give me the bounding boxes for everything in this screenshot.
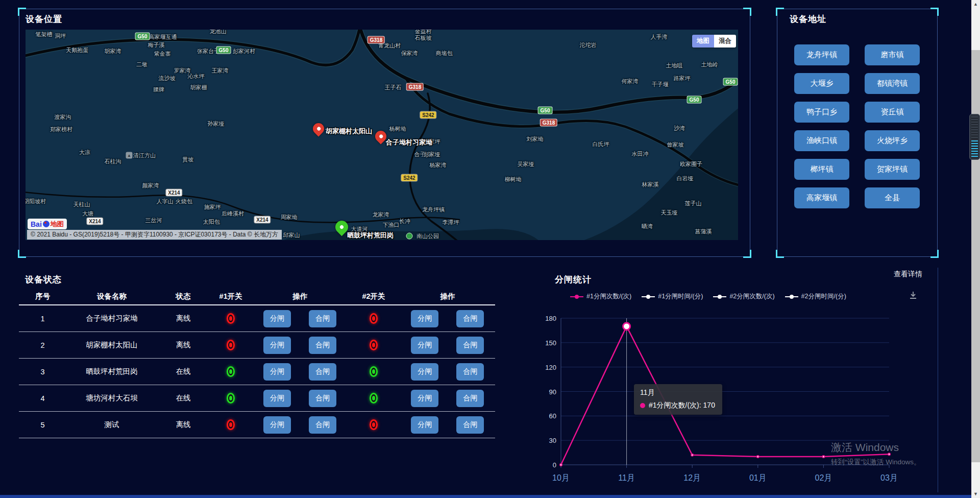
page-scrollbar[interactable]: ▲ ▼ bbox=[971, 0, 980, 498]
map-place-label: 吴家垭 bbox=[518, 160, 534, 168]
close-switch-button[interactable]: 合闸 bbox=[309, 310, 336, 327]
scrollbar-thumb[interactable] bbox=[971, 50, 980, 462]
address-button-10[interactable]: 贺家坪镇 bbox=[865, 159, 920, 180]
baidu-paw-icon bbox=[43, 221, 50, 227]
map-place-label: 沙湾 bbox=[674, 125, 685, 132]
y-axis-tick-label: 120 bbox=[545, 364, 556, 371]
map-place-label: 笔架槽 bbox=[36, 31, 53, 38]
scrollbar-up-arrow[interactable]: ▲ bbox=[971, 0, 980, 8]
status-header-cell: 操作 bbox=[252, 292, 348, 301]
map-type-hybrid-button[interactable]: 混合 bbox=[714, 35, 736, 48]
status-header-cell: #1开关 bbox=[209, 292, 252, 301]
map-place-label: 流沙坡 bbox=[159, 75, 176, 82]
map-place-label: 紫金寨 bbox=[154, 50, 171, 58]
map-type-map-button[interactable]: 地图 bbox=[692, 35, 714, 48]
legend-marker bbox=[785, 296, 798, 297]
open-switch-button[interactable]: 分闸 bbox=[263, 337, 291, 354]
map-panel-title: 设备位置 bbox=[26, 13, 62, 25]
map-place-label: 渡家沟 bbox=[55, 113, 71, 121]
address-button-4[interactable]: 都镇湾镇 bbox=[865, 73, 920, 94]
close-switch-button[interactable]: 合闸 bbox=[309, 390, 336, 407]
corner-decoration bbox=[18, 8, 26, 16]
x-axis-tick-label: 03月 bbox=[880, 473, 898, 482]
road-badge-g50: G50 bbox=[216, 46, 231, 54]
address-button-2[interactable]: 磨市镇 bbox=[865, 44, 920, 65]
map-place-label: 何家湾 bbox=[622, 78, 639, 85]
scroll-minimap-widget[interactable] bbox=[969, 114, 980, 160]
address-button-12[interactable]: 全县 bbox=[865, 187, 920, 208]
address-button-6[interactable]: 资丘镇 bbox=[865, 102, 920, 123]
close-switch-button[interactable]: 合闸 bbox=[456, 390, 484, 407]
corner-decoration bbox=[743, 8, 751, 16]
map-place-label: 天玉垭 bbox=[661, 209, 678, 217]
map-place-label: 三岔河 bbox=[145, 217, 162, 224]
map-place-label: 彭家垭 bbox=[424, 151, 440, 158]
data-point-center bbox=[692, 455, 693, 456]
map-place-label: 腰牌 bbox=[153, 86, 164, 93]
table-row: 5测试离线分闸合闸分闸合闸 bbox=[19, 412, 495, 438]
open-switch-button[interactable]: 分闸 bbox=[411, 363, 438, 381]
map-place-label: 土地岭 bbox=[701, 61, 718, 68]
map-place-label: 欧家圈子 bbox=[680, 160, 702, 168]
map-place-label: 刘家坳 bbox=[527, 135, 544, 143]
device-name: 塘坊河村大石坝 bbox=[66, 393, 157, 403]
close-switch-button[interactable]: 合闸 bbox=[456, 337, 484, 354]
map-place-label: 胡家棚 bbox=[190, 84, 207, 91]
y-axis-tick-label: 150 bbox=[545, 339, 556, 347]
switch-indicator-red bbox=[370, 313, 378, 324]
open-switch-button[interactable]: 分闸 bbox=[263, 310, 291, 327]
open-switch-button[interactable]: 分闸 bbox=[263, 363, 291, 381]
baidu-map[interactable]: 地图 混合 Bai 地图 © 2021 Baidu - GS(2019)5218… bbox=[26, 30, 738, 240]
address-button-1[interactable]: 龙舟坪镇 bbox=[794, 44, 849, 65]
open-switch-button[interactable]: 分闸 bbox=[411, 390, 438, 407]
address-button-9[interactable]: 榔坪镇 bbox=[794, 159, 849, 180]
corner-decoration bbox=[930, 250, 939, 258]
close-switch-button[interactable]: 合闸 bbox=[309, 416, 336, 434]
scrollbar-down-arrow[interactable]: ▼ bbox=[971, 490, 980, 498]
map-place-label: 大凉 bbox=[79, 149, 90, 156]
map-place-label: 洞坪 bbox=[55, 32, 66, 40]
close-switch-button[interactable]: 合闸 bbox=[309, 337, 336, 354]
map-place-label: 周家坳 bbox=[281, 214, 298, 221]
road-badge-x214: X214 bbox=[254, 216, 271, 224]
switch-indicator-red bbox=[227, 340, 235, 350]
road-badge-x214: X214 bbox=[86, 218, 103, 225]
switch1-operations: 分闸合闸 bbox=[252, 310, 348, 327]
open-switch-button[interactable]: 分闸 bbox=[411, 337, 438, 354]
close-switch-button[interactable]: 合闸 bbox=[309, 363, 336, 381]
address-button-8[interactable]: 火烧坪乡 bbox=[865, 130, 920, 151]
view-details-link[interactable]: 查看详情 bbox=[894, 270, 922, 279]
map-place-label: 沁水坪 bbox=[188, 73, 205, 80]
address-button-5[interactable]: 鸭子口乡 bbox=[794, 102, 849, 123]
road-badge-g318: G318 bbox=[540, 119, 557, 127]
address-button-7[interactable]: 渔峡口镇 bbox=[794, 130, 849, 151]
address-button-11[interactable]: 高家堰镇 bbox=[794, 187, 849, 208]
switch1-operations: 分闸合闸 bbox=[252, 416, 348, 434]
table-row: 4塘坊河村大石坝在线分闸合闸分闸合闸 bbox=[19, 385, 495, 412]
open-switch-button[interactable]: 分闸 bbox=[411, 416, 438, 434]
switch-indicator-red bbox=[227, 313, 235, 324]
switch2-operations: 分闸合闸 bbox=[400, 363, 495, 381]
y-axis-tick-label: 30 bbox=[549, 437, 556, 444]
road-badge-g50: G50 bbox=[723, 78, 738, 86]
device-name: 晒鼓坪村荒田岗 bbox=[66, 367, 157, 376]
close-switch-button[interactable]: 合闸 bbox=[456, 310, 484, 327]
scroll-widget-active-stripes bbox=[971, 140, 978, 157]
device-location-panel: 设备位置 地图 混合 Bai bbox=[19, 9, 750, 257]
open-switch-button[interactable]: 分闸 bbox=[263, 416, 291, 434]
open-switch-button[interactable]: 分闸 bbox=[411, 310, 438, 327]
map-place-label: 阴阳坡村 bbox=[26, 198, 46, 205]
open-switch-button[interactable]: 分闸 bbox=[263, 390, 291, 407]
map-place-label: 后峰溪村 bbox=[222, 210, 244, 218]
switch1-operations: 分闸合闸 bbox=[252, 363, 348, 381]
close-switch-button[interactable]: 合闸 bbox=[456, 416, 484, 434]
switch-indicator-green bbox=[227, 366, 235, 377]
switch2-indicator-cell bbox=[348, 340, 400, 350]
switch2-operations: 分闸合闸 bbox=[400, 310, 495, 327]
address-button-3[interactable]: 大堰乡 bbox=[794, 73, 849, 94]
switch-indicator-green bbox=[370, 393, 378, 404]
close-switch-button[interactable]: 合闸 bbox=[456, 363, 484, 381]
map-place-label: 龙舟坪镇 bbox=[422, 206, 445, 214]
road-badge-g50: G50 bbox=[538, 107, 553, 114]
data-point-center bbox=[823, 456, 824, 457]
